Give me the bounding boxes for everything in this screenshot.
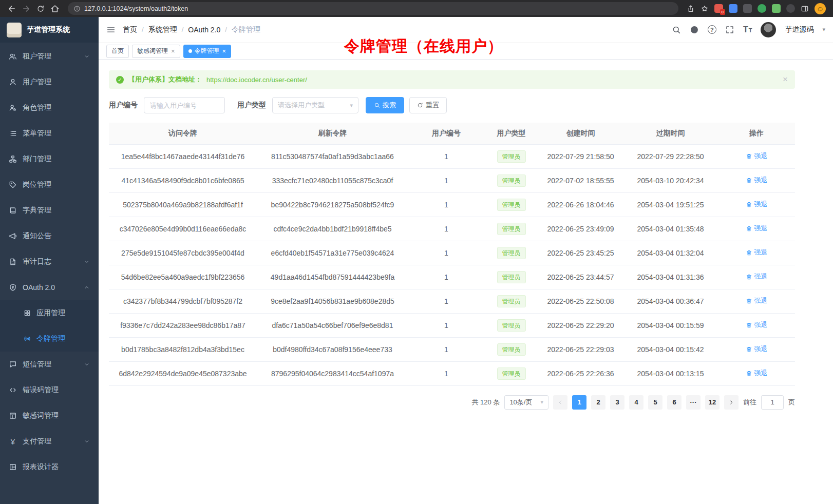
- extensions-puzzle-icon[interactable]: [772, 4, 781, 13]
- browser-back-icon[interactable]: [5, 2, 18, 15]
- cell-access-token: 6d842e2924594de9a09e45e087323abe: [109, 361, 257, 385]
- reset-button[interactable]: 重置: [409, 97, 447, 113]
- sidebar-item-post[interactable]: 岗位管理: [0, 172, 99, 198]
- extension-icon[interactable]: [729, 4, 737, 13]
- sidebar-item-notice[interactable]: 通知公告: [0, 223, 99, 249]
- breadcrumb-item-home[interactable]: 首页: [123, 25, 137, 34]
- force-logout-button[interactable]: 强退: [746, 296, 768, 305]
- browser-home-icon[interactable]: [48, 2, 62, 15]
- pagination: 共 120 条 10条/页 ▾ 1 2 3 4 5 6 ··· 12 前往: [109, 395, 795, 410]
- alert-close-icon[interactable]: ×: [783, 74, 788, 85]
- sidebar-item-pay[interactable]: ¥支付管理: [0, 429, 99, 454]
- page-button-3[interactable]: 3: [610, 395, 624, 410]
- fullscreen-icon[interactable]: [725, 25, 734, 34]
- sidebar-item-dict[interactable]: 字典管理: [0, 198, 99, 223]
- sidebar-menu: 租户管理 用户管理 角色管理 菜单管理 部门管理 岗位管理 字典管理 通知公告 …: [0, 43, 99, 504]
- trash-icon: [746, 249, 752, 256]
- table-row: 275e5de9151045fe87cbdc395e004f4de6cfd40e…: [109, 241, 795, 265]
- page-button-1[interactable]: 1: [572, 395, 586, 410]
- force-logout-button[interactable]: 强退: [746, 176, 768, 185]
- share-icon[interactable]: [687, 5, 695, 13]
- sidebar-item-role[interactable]: 角色管理: [0, 95, 99, 121]
- col-expires: 过期时间: [623, 123, 718, 144]
- close-icon[interactable]: ×: [222, 48, 226, 54]
- breadcrumb-item-system[interactable]: 系统管理: [148, 25, 177, 34]
- user-id-input[interactable]: [144, 97, 225, 113]
- more-pages-button[interactable]: ···: [686, 395, 701, 410]
- sidebar-item-error-code[interactable]: 错误码管理: [0, 377, 99, 403]
- browser-forward-icon[interactable]: [20, 2, 33, 15]
- sidebar-item-dept[interactable]: 部门管理: [0, 146, 99, 172]
- help-icon[interactable]: ?: [708, 25, 716, 34]
- search-icon[interactable]: [672, 25, 681, 34]
- org-tree-icon: [9, 155, 17, 163]
- search-button[interactable]: 搜索: [366, 97, 404, 113]
- next-page-button[interactable]: [724, 395, 739, 410]
- sidebar-item-menu[interactable]: 菜单管理: [0, 121, 99, 146]
- trash-icon: [746, 346, 752, 353]
- close-icon[interactable]: ×: [171, 48, 175, 54]
- cell-refresh-token: 8796295f04064c2983414cc54af1097a: [257, 361, 408, 385]
- force-logout-button[interactable]: 强退: [746, 344, 768, 354]
- user-name[interactable]: 芋道源码: [785, 25, 813, 34]
- font-size-icon[interactable]: TT: [743, 25, 752, 34]
- user-type-select[interactable]: 请选择用户类型 ▾: [272, 97, 358, 113]
- cell-expires: 2054-03-04 00:13:15: [623, 361, 718, 385]
- bookmark-star-icon[interactable]: [701, 5, 709, 13]
- browser-address-bar[interactable]: 127.0.0.1:1024/system/oauth2/token: [68, 2, 678, 15]
- tab-home[interactable]: 首页: [106, 45, 129, 58]
- sidebar-item-audit-log[interactable]: 审计日志: [0, 249, 99, 275]
- table-row: 54d6be82ee5a460a9aedc1f9bf22365649d1aa46…: [109, 265, 795, 289]
- user-type-tag: 管理员: [497, 150, 526, 163]
- force-logout-button[interactable]: 强退: [746, 224, 768, 233]
- force-logout-button[interactable]: 强退: [746, 151, 768, 161]
- tab-token[interactable]: 令牌管理×: [183, 45, 232, 58]
- browser-profile-avatar[interactable]: ☺: [815, 3, 826, 14]
- goto-page-input[interactable]: [761, 395, 784, 410]
- cell-expires: 2022-07-29 22:28:50: [623, 144, 718, 168]
- force-logout-button[interactable]: 强退: [746, 248, 768, 257]
- cell-created: 2022-06-25 22:29:20: [538, 313, 623, 337]
- site-info-icon[interactable]: [73, 5, 81, 12]
- sidebar-item-oauth-app[interactable]: 应用管理: [0, 300, 99, 326]
- user-avatar[interactable]: [761, 22, 776, 37]
- force-logout-button[interactable]: 强退: [746, 369, 768, 378]
- page-size-select[interactable]: 10条/页 ▾: [504, 395, 548, 410]
- user-type-tag: 管理员: [497, 247, 526, 259]
- extension-icon[interactable]: 0: [714, 4, 723, 13]
- force-logout-button[interactable]: 强退: [746, 200, 768, 209]
- cell-refresh-token: b0df4980ffd34c67a08f9156e4eee733: [257, 337, 408, 361]
- cell-expires: 2054-03-04 01:35:48: [623, 217, 718, 241]
- force-logout-button[interactable]: 强退: [746, 272, 768, 281]
- side-panel-icon[interactable]: [801, 5, 809, 13]
- force-logout-button[interactable]: 强退: [746, 320, 768, 329]
- chevron-down-icon: [84, 259, 90, 265]
- extension-icon[interactable]: [743, 4, 752, 13]
- page-button-6[interactable]: 6: [667, 395, 681, 410]
- sidebar-item-tenant[interactable]: 租户管理: [0, 44, 99, 69]
- logo-avatar: [7, 23, 22, 37]
- browser-refresh-icon[interactable]: [34, 2, 47, 15]
- caret-down-icon[interactable]: ▾: [822, 26, 825, 33]
- sidebar-item-report-designer[interactable]: 报表设计器: [0, 454, 99, 480]
- sidebar-item-oauth[interactable]: OAuth 2.0: [0, 275, 99, 300]
- sidebar-item-sms[interactable]: 短信管理: [0, 352, 99, 377]
- page-button-5[interactable]: 5: [648, 395, 662, 410]
- alert-link[interactable]: https://doc.iocoder.cn/user-center/: [206, 76, 307, 84]
- prev-page-button[interactable]: [553, 395, 567, 410]
- app-logo: 芋道管理系统: [0, 17, 99, 43]
- page-button-12[interactable]: 12: [705, 395, 720, 410]
- github-icon[interactable]: [690, 25, 699, 34]
- cell-user-id: 1: [408, 313, 484, 337]
- sidebar-item-oauth-token[interactable]: 令牌管理: [0, 326, 99, 352]
- sidebar-item-user[interactable]: 用户管理: [0, 69, 99, 95]
- page-button-4[interactable]: 4: [629, 395, 643, 410]
- page-button-2[interactable]: 2: [591, 395, 605, 410]
- extension-icon[interactable]: [786, 4, 795, 13]
- cell-user-type: 管理员: [484, 217, 538, 241]
- breadcrumb-item-oauth[interactable]: OAuth 2.0: [188, 26, 220, 34]
- sidebar-collapse-icon[interactable]: [106, 25, 116, 34]
- sidebar-item-sensitive-word[interactable]: 敏感词管理: [0, 403, 99, 429]
- tab-sensitive-words[interactable]: 敏感词管理×: [132, 45, 180, 58]
- extension-icon[interactable]: [758, 4, 766, 13]
